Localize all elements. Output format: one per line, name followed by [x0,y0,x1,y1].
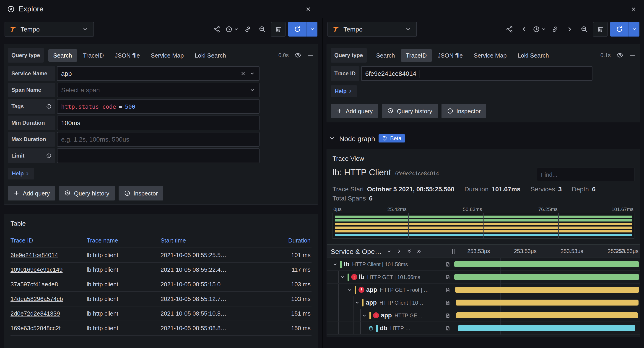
clear-all-button[interactable] [271,22,286,36]
tab-traceid[interactable]: TraceID [78,49,109,61]
span-row[interactable]: app HTTP GE… [327,309,640,322]
datasource-picker[interactable]: Tempo [328,22,417,36]
tab-search[interactable]: Search [371,49,400,61]
add-query-button[interactable]: Add query [331,104,378,118]
close-right-pane-button[interactable] [630,5,638,13]
span-logs-icon[interactable] [445,325,450,331]
clear-all-button[interactable] [593,22,608,36]
collapse-chevron-icon[interactable] [340,274,345,280]
limit-input[interactable] [57,148,260,163]
span-logs-icon[interactable] [445,287,450,292]
column-header-start-time[interactable]: Start time [160,233,236,248]
collapse-chevron-icon[interactable] [362,313,367,318]
span-logs-icon[interactable] [445,300,450,305]
span-row[interactable]: lb HTTP GET | 101.66ms [327,271,640,284]
column-header-trace-id[interactable]: Trace ID [10,233,87,248]
span-duration-bar[interactable] [454,274,639,280]
run-query-button[interactable] [288,22,306,36]
span-row[interactable]: db HTTP … [327,322,640,335]
collapse-chevron-icon[interactable] [354,300,360,305]
span-logs-icon[interactable] [445,274,450,280]
time-picker-button[interactable] [533,22,546,36]
collapse-chevron-icon[interactable] [347,287,352,292]
expand-all-icon[interactable] [416,248,422,254]
run-query-button[interactable] [610,22,628,36]
tab-loki-search[interactable]: Loki Search [190,49,231,61]
span-duration-bar[interactable] [456,312,638,318]
span-name-select[interactable]: Select a span [57,83,260,97]
tab-service-map[interactable]: Service Map [469,49,512,61]
zoom-out-button[interactable] [578,22,590,36]
preview-eye-icon[interactable] [294,52,302,59]
span-logs-icon[interactable] [445,313,450,318]
span-duration-bar[interactable] [455,287,639,293]
help-button[interactable]: Help [8,167,34,180]
inspector-button[interactable]: Inspector [441,104,486,118]
zoom-out-button[interactable] [256,22,268,36]
time-shift-back-button[interactable] [518,22,530,36]
chevron-down-icon[interactable] [249,70,256,77]
span-logs-icon[interactable] [445,261,450,267]
datasource-name: Tempo [20,25,78,33]
span-row[interactable]: lb HTTP Client | 101.58ms [327,258,640,271]
trace-id-input[interactable]: 6fe9e241ce84014 [361,66,592,81]
collapse-query-icon[interactable] [307,52,314,59]
column-header-trace-name[interactable]: Trace name [87,233,160,248]
query-history-button[interactable]: Query history [59,186,115,201]
node-graph-section-header[interactable]: Node graph Beta [326,134,640,142]
time-shift-forward-button[interactable] [564,22,576,36]
trace-minimap[interactable]: 0μs 25.42ms 50.83ms 76.25ms 101.67ms [332,207,634,239]
tab-service-map[interactable]: Service Map [146,49,189,61]
tab-search[interactable]: Search [48,49,77,61]
collapse-query-icon[interactable] [629,52,636,59]
min-duration-input[interactable]: 100ms [57,116,260,130]
expand-one-icon[interactable] [396,248,402,254]
link-split-button[interactable] [549,22,561,36]
time-picker-button[interactable] [225,22,239,36]
inspector-button[interactable]: Inspector [118,186,163,201]
clear-value-icon[interactable] [240,70,246,77]
max-duration-input[interactable]: e.g. 1.2s, 100ms, 500us [57,132,260,147]
link-split-button[interactable] [242,22,254,36]
info-icon[interactable] [46,104,52,109]
preview-eye-icon[interactable] [616,52,624,59]
run-query-dropdown[interactable] [306,22,318,36]
tab-json-file[interactable]: JSON file [432,49,468,61]
info-icon[interactable] [46,153,52,158]
table-panel-title[interactable]: Table [10,220,312,227]
span-duration-bar[interactable] [456,300,638,305]
tab-json-file[interactable]: JSON file [110,49,145,61]
service-name-select[interactable]: app [57,66,260,81]
trace-id-link[interactable]: 1090169c4e91c149 [10,266,62,273]
trace-id-link[interactable]: 37a597cf41ae4e8 [10,281,58,288]
column-header-duration[interactable]: Duration [236,233,312,248]
minimap-band[interactable] [332,213,634,239]
run-query-dropdown[interactable] [628,22,640,36]
add-query-button[interactable]: Add query [8,186,56,201]
query-history-button[interactable]: Query history [382,104,438,118]
tags-input[interactable]: http.status_code=500 [57,99,260,114]
close-left-pane-button[interactable] [304,5,312,13]
share-button[interactable] [504,22,516,36]
trace-id-link[interactable]: 6fe9e241ce84014 [10,252,58,258]
span-row[interactable]: app HTTP Client | 10… [327,296,640,309]
collapse-chevron-icon[interactable] [332,261,338,267]
span-duration-bar[interactable] [454,261,639,267]
collapse-all-icon[interactable] [406,248,412,254]
tab-loki-search[interactable]: Loki Search [513,49,554,61]
trace-view-panel-title[interactable]: Trace View [332,155,634,162]
find-input[interactable] [537,167,634,181]
help-button[interactable]: Help [331,85,357,97]
caret-down-icon[interactable] [386,248,392,254]
trace-id-link[interactable]: 169e63c52048cc2f [10,325,61,331]
trace-id-link[interactable]: 14dea58296a574cb [10,295,63,302]
chevron-down-icon[interactable] [249,87,256,93]
service-operation-column-header[interactable]: Service & Ope… [331,247,382,255]
span-row[interactable]: app HTTP GET - root | … [327,284,640,296]
span-duration-bar[interactable] [458,325,635,331]
span-rows: lb HTTP Client | 101.58ms [327,258,640,335]
tab-traceid[interactable]: TraceID [401,49,432,61]
share-button[interactable] [211,22,222,36]
trace-id-link[interactable]: 2d0e72d2e841339 [10,310,60,317]
datasource-picker[interactable]: Tempo [4,22,94,36]
